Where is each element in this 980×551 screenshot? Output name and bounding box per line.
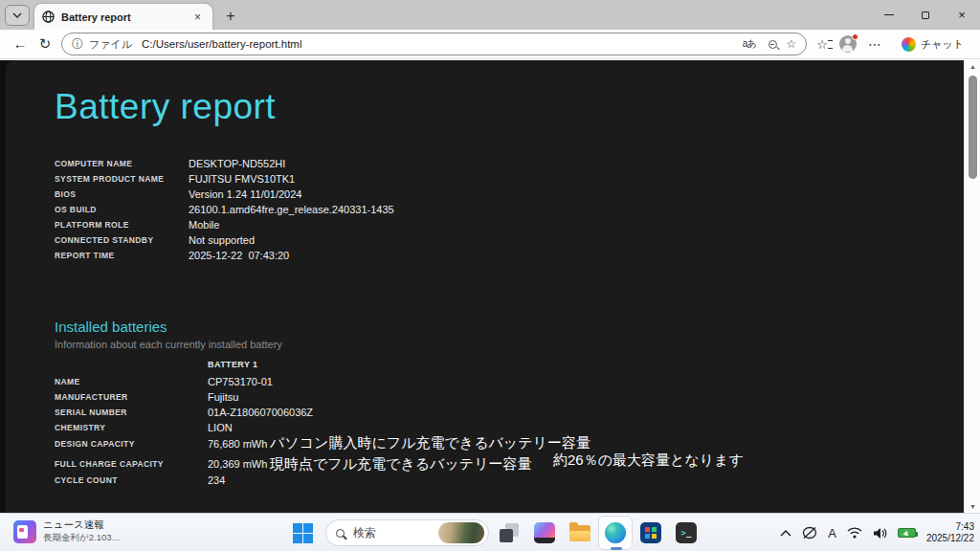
battery-value: LION	[208, 420, 233, 435]
installed-batteries-heading: Installed batteries	[55, 319, 167, 335]
page-scrollbar[interactable]: ▲ ▼	[964, 60, 980, 513]
browser-toolbar: ← ↻ ⓘ ファイル C:/Users/user/battery-report.…	[0, 30, 980, 59]
toolbar-right-cluster: ☆ ⋯ チャット	[816, 34, 972, 55]
info-row: OS BUILD 26100.1.amd64fre.ge_release.240…	[0, 202, 861, 217]
volume-icon[interactable]	[873, 527, 887, 540]
restore-icon	[922, 11, 929, 19]
address-bar[interactable]: ⓘ ファイル C:/Users/user/battery-report.html…	[61, 33, 807, 55]
battery-row: SERIAL NUMBER 01A-Z180607006036Z	[0, 405, 861, 420]
taskbar-search-box[interactable]: 検索	[325, 519, 489, 546]
battery-value: CP753170-01	[208, 374, 273, 389]
ime-mode-indicator[interactable]: A	[828, 526, 836, 540]
new-tab-button[interactable]: +	[220, 7, 241, 26]
copilot-label: チャット	[921, 37, 964, 52]
clock-date: 2025/12/22	[926, 533, 974, 544]
search-icon	[336, 529, 345, 538]
file-explorer-button[interactable]	[563, 516, 597, 550]
info-value: FUJITSU FMVS10TK1	[189, 171, 295, 187]
info-label: SYSTEM PRODUCT NAME	[55, 171, 164, 187]
battery-label: CYCLE COUNT	[55, 473, 118, 488]
privacy-eye-icon[interactable]	[802, 526, 817, 540]
battery-row: MANUFACTURER Fujitsu	[0, 389, 861, 405]
info-value: Not supported	[189, 232, 255, 248]
battery-row: NAME CP753170-01	[0, 374, 861, 389]
photos-icon	[534, 522, 555, 543]
browser-tab[interactable]: Battery report ×	[34, 4, 212, 30]
info-value: 26100.1.amd64fre.ge_release.240331-1435	[189, 202, 394, 217]
terminal-button[interactable]: >_	[669, 516, 703, 550]
active-app-indicator	[611, 547, 622, 550]
info-label: REPORT TIME	[55, 248, 115, 263]
add-favorite-star-icon[interactable]: ☆	[787, 37, 797, 51]
refresh-button[interactable]: ↻	[33, 33, 57, 55]
web-content-area: Battery report COMPUTER NAME DESKTOP-ND5…	[0, 60, 980, 513]
info-label: OS BUILD	[55, 202, 97, 217]
widgets-button[interactable]: ニュース速報 長期金利が2.103…	[8, 517, 126, 546]
copilot-chat-button[interactable]: チャット	[893, 34, 972, 55]
minimize-icon	[884, 14, 894, 15]
annotation-percentage: 約26％の最大容量となります	[553, 452, 744, 470]
task-view-button[interactable]	[492, 516, 526, 550]
info-label: BIOS	[55, 187, 76, 202]
close-button[interactable]: ×	[944, 0, 980, 30]
info-label: CONNECTED STANDBY	[55, 232, 153, 248]
info-row: PLATFORM ROLE Mobile	[0, 217, 861, 232]
address-file-label: ファイル	[89, 37, 132, 52]
scrollbar-down-icon[interactable]: ▼	[965, 503, 980, 510]
info-row: REPORT TIME 2025-12-22 07:43:20	[0, 248, 861, 263]
widgets-subline: 長期金利が2.103…	[43, 532, 121, 544]
info-row: CONNECTED STANDBY Not supported	[0, 232, 861, 248]
back-button[interactable]: ←	[8, 33, 33, 55]
battery-value: 01A-Z180607006036Z	[208, 405, 313, 420]
battery-row: CYCLE COUNT 234	[0, 473, 861, 488]
address-url[interactable]: C:/Users/user/battery-report.html	[142, 38, 739, 50]
settings-more-icon[interactable]: ⋯	[868, 36, 881, 52]
info-row: SYSTEM PRODUCT NAME FUJITSU FMVS10TK1	[0, 171, 861, 187]
battery-value: 20,369 mWh	[208, 456, 267, 472]
photos-app-button[interactable]	[527, 516, 562, 550]
widgets-headline: ニュース速報	[43, 518, 121, 532]
edge-browser-button[interactable]	[598, 516, 633, 550]
store-icon	[640, 522, 661, 543]
windows-logo-icon	[293, 523, 313, 543]
info-value: DESKTOP-ND552HI	[189, 156, 285, 171]
favorites-hub-icon[interactable]: ☆	[816, 37, 828, 52]
globe-favicon-icon	[42, 11, 55, 23]
widgets-icon	[13, 520, 36, 543]
terminal-icon: >_	[676, 522, 697, 543]
tab-search-menu-button[interactable]	[5, 5, 30, 26]
battery-label: DESIGN CAPACITY	[55, 436, 135, 452]
taskbar: ニュース速報 長期金利が2.103… 検索 >_	[0, 513, 980, 551]
battery-charging-icon[interactable]	[898, 528, 916, 538]
restore-button[interactable]	[907, 0, 944, 30]
battery-value: 76,680 mWh	[208, 436, 267, 452]
wifi-icon[interactable]	[847, 527, 862, 539]
battery-column-header: BATTERY 1	[208, 360, 257, 369]
battery-label: CHEMISTRY	[55, 420, 105, 435]
battery-value: Fujitsu	[208, 389, 238, 405]
copilot-icon	[902, 37, 916, 52]
tab-close-button[interactable]: ×	[190, 10, 205, 25]
zoom-out-icon[interactable]	[768, 40, 777, 49]
translate-icon[interactable]: aあ	[743, 37, 757, 51]
window-controls: ×	[871, 0, 980, 30]
info-label: PLATFORM ROLE	[55, 217, 129, 232]
browser-titlebar: Battery report × + ×	[0, 0, 980, 30]
edge-icon	[605, 522, 626, 543]
scrollbar-thumb[interactable]	[969, 76, 977, 179]
battery-row: CHEMISTRY LION	[0, 420, 861, 435]
start-button[interactable]	[285, 516, 320, 550]
minimize-button[interactable]	[871, 0, 907, 30]
info-row: COMPUTER NAME DESKTOP-ND552HI	[0, 156, 861, 171]
search-label: 検索	[353, 525, 438, 541]
profile-avatar[interactable]	[839, 35, 857, 53]
page-info-icon[interactable]: ⓘ	[72, 36, 83, 53]
microsoft-store-button[interactable]	[634, 516, 668, 550]
info-label: COMPUTER NAME	[55, 156, 132, 171]
show-hidden-icons-chevron[interactable]	[780, 529, 791, 537]
page-title: Battery report	[55, 87, 276, 127]
clock-time: 7:43	[926, 521, 974, 533]
scrollbar-up-icon[interactable]: ▲	[965, 63, 980, 70]
taskbar-clock[interactable]: 7:43 2025/12/22	[926, 521, 974, 544]
search-daily-image[interactable]	[438, 522, 484, 543]
